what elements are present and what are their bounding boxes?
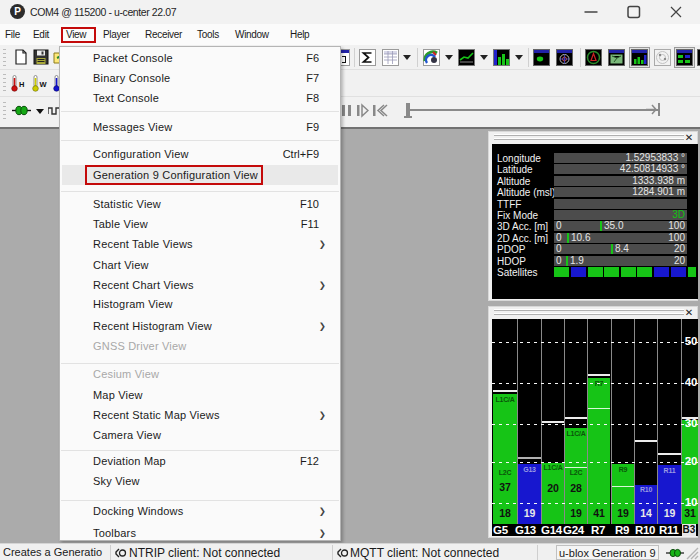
- svg-text:H: H: [19, 80, 24, 89]
- svg-text:W: W: [40, 80, 48, 89]
